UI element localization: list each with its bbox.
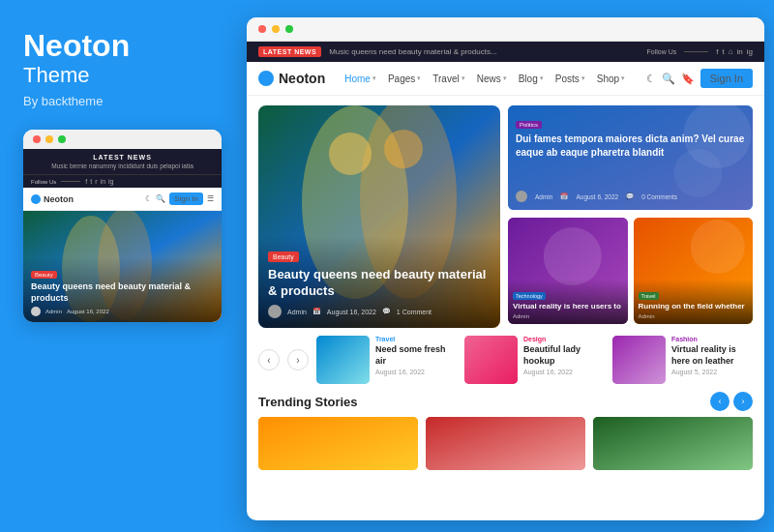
article-cat-2: Design (523, 336, 605, 342)
chrome-dot-green (285, 25, 293, 33)
article-cat-3: Fashion (671, 336, 753, 342)
nav-home[interactable]: Home ▾ (344, 74, 376, 84)
desktop-mockup: LATEST NEWS Music queens need beauty mat… (247, 17, 764, 520)
mini-logo: Neoton (31, 194, 74, 204)
moon-icon: ☾ (145, 194, 152, 203)
content-area: Beauty Beauty queens need beauty materia… (247, 96, 764, 519)
search-icon: 🔍 (156, 194, 165, 203)
article-card-3: Fashion Virtual reality is here on leath… (612, 336, 753, 384)
mini-nav-icons: ☾ 🔍 Sign In ☰ (145, 192, 214, 205)
hero-right-title: Dui fames tempora maiores dicta anim? Ve… (516, 133, 745, 160)
mini-hamburger-icon[interactable]: ☰ (207, 194, 214, 203)
article-card-1: Travel Need some fresh air August 16, 20… (316, 336, 457, 384)
article-date-1: August 16, 2022 (375, 369, 457, 375)
inst-icon: ig (747, 47, 753, 56)
nav-blog[interactable]: Blog ▾ (519, 74, 544, 84)
trending-items (258, 417, 753, 470)
travel-badge: Travel (639, 292, 659, 300)
trending-title: Trending Stories (258, 395, 358, 409)
nav-shop[interactable]: Shop ▾ (597, 74, 625, 84)
svg-point-12 (544, 227, 602, 285)
mini-follow-label: Follow Us (31, 179, 56, 185)
right-top-msg-icon: 💬 (626, 192, 634, 200)
logo-circle (258, 71, 274, 86)
mini-admin-name: Admin (45, 309, 62, 314)
tech-badge: Technology (513, 292, 546, 300)
follow-line (684, 51, 708, 52)
fb-icon: f (716, 47, 718, 56)
svg-point-7 (384, 130, 423, 168)
hero-calendar-icon: 📅 (313, 308, 321, 315)
svg-rect-19 (426, 417, 585, 470)
hero-comment-icon: 💬 (382, 308, 391, 315)
browser-chrome (247, 17, 764, 42)
search-icon2[interactable]: 🔍 (662, 73, 675, 85)
signin-button[interactable]: Sign In (700, 69, 753, 88)
nav-travel[interactable]: Travel ▾ (432, 74, 464, 84)
mini-follow-line (61, 181, 80, 182)
right-top-comments: 0 Comments (641, 193, 677, 200)
nav-logo: Neoton (258, 71, 325, 86)
trending-next-btn[interactable]: › (733, 392, 753, 411)
nav-posts[interactable]: Posts ▾ (555, 74, 585, 84)
article-card-2: Design Beautiful lady hookup August 16, … (464, 336, 605, 384)
brand-subtitle: Theme (23, 63, 217, 88)
mini-latest-news-bar: LATEST NEWS Music bernie nanummy incidid… (23, 149, 222, 174)
trending-header: Trending Stories ‹ › (258, 392, 753, 411)
hero-section: Beauty Beauty queens need beauty materia… (258, 105, 753, 328)
moon-icon2[interactable]: ☾ (646, 73, 656, 85)
right-top-date: August 6, 2022 (576, 193, 618, 200)
mini-browser-dots (23, 130, 222, 149)
small-card-overlay-1: Technology Virtual reality is here users… (508, 280, 628, 324)
hero-main-card: Beauty Beauty queens need beauty materia… (258, 105, 500, 328)
article-cat-1: Travel (375, 336, 457, 342)
twitter-icon: t (90, 178, 92, 185)
article-info-1: Travel Need some fresh air August 16, 20… (375, 336, 457, 375)
latest-news-badge: LATEST NEWS (258, 46, 321, 57)
bookmark-icon[interactable]: 🔖 (681, 73, 695, 85)
mini-signin-btn[interactable]: Sign In (169, 192, 203, 205)
hero-meta: Admin 📅 August 16, 2022 💬 1 Comment (268, 305, 491, 318)
logo-name: Neoton (279, 71, 325, 86)
tw-icon: t (722, 47, 724, 56)
svg-point-6 (329, 133, 372, 175)
mini-browser-card: LATEST NEWS Music bernie nanummy incidid… (23, 130, 222, 322)
hero-badge: Beauty (268, 251, 299, 262)
trending-prev-btn[interactable]: ‹ (710, 392, 729, 411)
article-date-3: August 5, 2022 (671, 369, 753, 375)
mini-social-icons: f t r in ig (85, 178, 113, 185)
mini-hero-title: Beauty queens need beauty material & pro… (31, 281, 214, 304)
small-card-admin-1: Admin (513, 313, 623, 319)
hero-right-top-card: Politics Dui fames tempora maiores dicta… (508, 105, 753, 210)
social-icons: f t ⌂ in ig (716, 47, 753, 56)
brand-title: Neoton (23, 29, 217, 63)
chrome-dot-yellow (272, 25, 280, 33)
trending-item-3 (593, 417, 753, 470)
hero-main-overlay: Beauty Beauty queens need beauty materia… (258, 236, 500, 328)
linkedin-icon: in (101, 178, 105, 185)
mini-beauty-badge: Beauty (31, 271, 57, 279)
nav-news[interactable]: News ▾ (477, 74, 507, 84)
main-nav: Neoton Home ▾ Pages ▾ Travel ▾ News ▾ Bl… (247, 62, 764, 96)
nav-links: Home ▾ Pages ▾ Travel ▾ News ▾ Blog ▾ Po… (344, 74, 637, 84)
trending-nav: ‹ › (710, 392, 753, 411)
mini-hero-meta: Admin August 16, 2022 (31, 307, 214, 316)
facebook-icon: f (85, 178, 87, 185)
instagram-icon: ig (108, 178, 113, 185)
right-top-avatar (516, 191, 527, 202)
article-date-2: August 16, 2022 (523, 369, 605, 375)
prev-arrow-btn[interactable]: ‹ (258, 349, 280, 370)
hero-date: August 16, 2022 (327, 309, 376, 315)
mini-avatar (31, 307, 41, 316)
svg-rect-20 (593, 417, 753, 470)
mini-logo-name: Neoton (44, 194, 74, 204)
small-card-title-2: Running on the field whether (639, 302, 749, 311)
right-top-cal-icon: 📅 (560, 192, 568, 200)
article-title-3: Virtual reality is here on leather (671, 344, 753, 367)
mini-logo-circle (31, 194, 41, 204)
next-arrow-btn[interactable]: › (287, 349, 309, 370)
by-line: By backtheme (23, 94, 217, 108)
right-top-admin: Admin (535, 193, 552, 200)
nav-pages[interactable]: Pages ▾ (388, 74, 421, 84)
trending-item-2 (426, 417, 585, 470)
